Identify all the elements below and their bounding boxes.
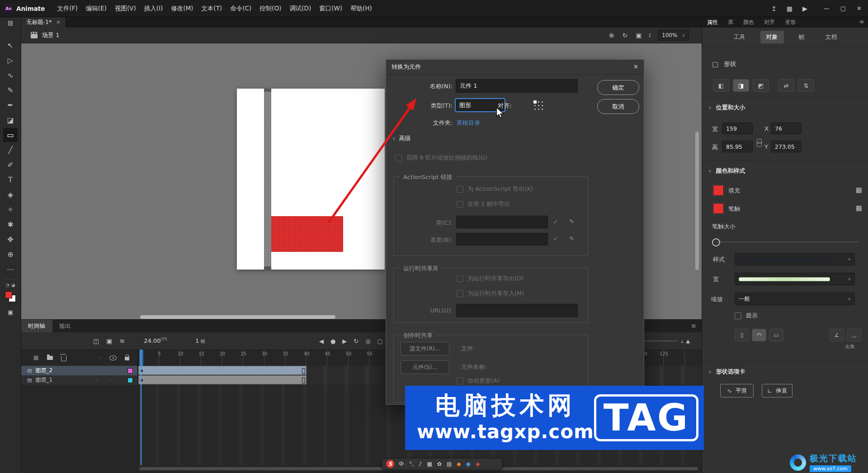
slice-guides-checkbox[interactable] bbox=[395, 155, 402, 161]
stroke-style-select[interactable]: ∨ bbox=[735, 253, 855, 265]
layer-name-cell[interactable]: ▤ 图层_2 ·· bbox=[21, 366, 138, 375]
menu-item[interactable]: 窗口(W) bbox=[315, 5, 346, 13]
zoom-in-frames-icon[interactable]: ▲ bbox=[686, 338, 690, 344]
join-round-icon[interactable]: ◡ bbox=[847, 329, 861, 341]
asset-warp-tool[interactable]: ✱ bbox=[3, 218, 18, 232]
panel-tab-对齐[interactable]: 对齐 bbox=[759, 19, 780, 26]
menu-item[interactable]: 修改(M) bbox=[167, 5, 197, 13]
selection-tool[interactable]: ↖ bbox=[3, 38, 18, 52]
hint-checkbox[interactable] bbox=[735, 312, 741, 319]
rotate-icon[interactable]: ↻ bbox=[623, 32, 628, 39]
tab-close-icon[interactable]: ✕ bbox=[56, 19, 60, 25]
paint-bucket-tool[interactable]: ◈ bbox=[3, 188, 18, 202]
center-stage-icon[interactable]: ⊕ bbox=[609, 32, 614, 39]
base-class-input[interactable] bbox=[456, 233, 548, 246]
cap-square-icon[interactable]: ▭ bbox=[769, 329, 783, 341]
onion-outlines-icon[interactable]: ▢ bbox=[377, 338, 383, 345]
camera-icon[interactable]: ◫ bbox=[93, 337, 99, 345]
edit-class-icon[interactable]: ✎ bbox=[569, 218, 574, 225]
fill-options-grid-icon[interactable]: ▦ bbox=[856, 186, 862, 194]
zoom-tool[interactable]: ⊕ bbox=[3, 247, 18, 261]
panel-tab-库[interactable]: 库 bbox=[723, 19, 738, 26]
close-button[interactable]: ✕ bbox=[857, 5, 862, 12]
advanced-toggle[interactable]: ∨ 高级 bbox=[392, 134, 411, 142]
properties-subtab-文档[interactable]: 文档 bbox=[820, 31, 843, 43]
gray-bar-shape[interactable] bbox=[264, 89, 271, 270]
folder-link[interactable]: 库根目录 bbox=[457, 119, 480, 127]
restore-button[interactable]: ▢ bbox=[840, 5, 846, 12]
ok-button[interactable]: 确定 bbox=[597, 80, 639, 95]
menu-item[interactable]: 文本(T) bbox=[197, 5, 226, 13]
canvas-vertical-scrollbar[interactable] bbox=[695, 132, 699, 270]
properties-subtab-工具[interactable]: 工具 bbox=[728, 31, 751, 43]
minimize-button[interactable]: — bbox=[824, 5, 830, 12]
soften-edges-icon[interactable]: ◨ bbox=[733, 79, 749, 92]
layer-name-cell[interactable]: ▤ 图层_1 ·· bbox=[21, 375, 138, 385]
menu-item[interactable]: 调试(D) bbox=[285, 5, 315, 13]
more-tools-button[interactable]: ⋯ bbox=[3, 262, 18, 276]
timeline-tab-时间轴[interactable]: 时间轴 bbox=[21, 320, 52, 332]
ime-badge-icon[interactable]: ◈ bbox=[476, 461, 480, 467]
straighten-button[interactable]: ∟ 伸直 bbox=[762, 384, 793, 397]
ink-bottle-tool[interactable]: ✐ bbox=[3, 158, 18, 172]
pen-pressure-icon[interactable]: ◔ bbox=[5, 283, 9, 288]
expand-fill-icon[interactable]: ◧ bbox=[713, 79, 729, 92]
auto-update-checkbox[interactable] bbox=[457, 378, 463, 384]
play-icon[interactable]: ● bbox=[330, 338, 335, 345]
class-input[interactable] bbox=[456, 216, 548, 228]
prev-frame-icon[interactable]: ◀ bbox=[319, 338, 324, 345]
x-input[interactable]: 76 bbox=[771, 123, 802, 134]
lock-column-icon[interactable] bbox=[125, 357, 129, 360]
line-tool[interactable]: ╱ bbox=[3, 143, 18, 157]
text-tool[interactable]: T bbox=[3, 173, 18, 187]
scale-select[interactable]: 一般 ∨ bbox=[735, 293, 855, 305]
symbol-name-input[interactable] bbox=[456, 79, 578, 93]
rectangle-tool[interactable]: ▭ bbox=[3, 128, 18, 142]
share-icon[interactable]: ↥ bbox=[771, 5, 777, 12]
zoom-stepper[interactable]: ▴▾ bbox=[649, 33, 651, 38]
link-dimensions-icon[interactable] bbox=[756, 131, 762, 158]
pen-tool[interactable]: ✒ bbox=[3, 98, 18, 112]
scene-label[interactable]: 场景 1 bbox=[42, 31, 59, 39]
layer-outline-color[interactable] bbox=[127, 378, 133, 383]
url-input[interactable] bbox=[456, 304, 578, 317]
menu-item[interactable]: 视图(V) bbox=[111, 5, 140, 13]
stroke-size-slider-knob[interactable] bbox=[712, 238, 720, 246]
panel-tab-属性[interactable]: 属性 bbox=[702, 19, 723, 26]
new-folder-icon[interactable] bbox=[47, 356, 53, 360]
stroke-options-grid-icon[interactable]: ▦ bbox=[856, 204, 862, 212]
panel-menu-icon[interactable]: ≡ bbox=[859, 19, 864, 25]
ime-logo[interactable]: S bbox=[386, 460, 394, 468]
y-input[interactable]: 273.05 bbox=[771, 141, 802, 152]
ime-punct-icon[interactable]: °, bbox=[409, 461, 414, 467]
ime-cart-icon[interactable]: ◆ bbox=[457, 461, 461, 467]
end-frame-marker[interactable] bbox=[302, 368, 305, 374]
next-frame-icon[interactable]: ▶ bbox=[342, 338, 347, 345]
playhead-line[interactable] bbox=[141, 350, 142, 465]
fps-display[interactable]: 24.00FPS bbox=[144, 337, 167, 344]
highlight-column-icon[interactable]: · bbox=[99, 355, 101, 361]
ime-keyboard-icon[interactable]: ▦ bbox=[427, 461, 432, 467]
join-miter-icon[interactable]: ∠ bbox=[830, 329, 844, 341]
cap-butt-icon[interactable]: ▯ bbox=[735, 329, 749, 341]
ime-news-icon[interactable]: ◉ bbox=[466, 461, 470, 467]
clip-content-icon[interactable]: ▣ bbox=[636, 32, 642, 39]
canvas-horizontal-scrollbar[interactable] bbox=[140, 315, 335, 319]
subselection-tool[interactable]: ▷ bbox=[3, 53, 18, 67]
source-file-button[interactable]: 源文件(R)... bbox=[401, 342, 449, 355]
frame-span[interactable] bbox=[138, 366, 307, 375]
menu-item[interactable]: 帮助(H) bbox=[346, 5, 376, 13]
timeline-panel-menu-icon[interactable]: ≡ bbox=[691, 322, 696, 329]
test-movie-icon[interactable]: ▶ bbox=[802, 5, 807, 12]
delete-layer-icon[interactable] bbox=[61, 356, 66, 361]
edit-base-class-icon[interactable]: ✎ bbox=[569, 235, 574, 242]
frame-span[interactable] bbox=[138, 375, 307, 384]
zoom-out-frames-icon[interactable]: ▵ bbox=[681, 338, 684, 344]
properties-subtab-对象[interactable]: 对象 bbox=[760, 31, 784, 43]
flip-vertical-icon[interactable]: ⇅ bbox=[798, 79, 814, 92]
hand-tool[interactable]: ✥ bbox=[3, 232, 18, 246]
section-shape-options-header[interactable]: ∨ 形状选项卡 bbox=[708, 368, 745, 376]
panel-tab-变形[interactable]: 变形 bbox=[780, 19, 801, 26]
brush-tool[interactable]: ✎ bbox=[3, 83, 18, 97]
stage[interactable] bbox=[237, 89, 385, 270]
